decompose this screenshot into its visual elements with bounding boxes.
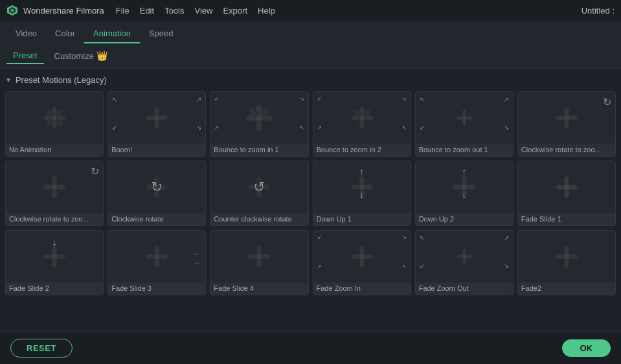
svg-point-55	[261, 185, 270, 190]
svg-point-52	[256, 176, 262, 185]
anim-thumbnail: ↻	[518, 92, 615, 144]
anim-thumbnail: ↖ ↗ ↙ ↘	[416, 92, 513, 144]
svg-point-54	[248, 185, 257, 190]
anim-label: Bounce to zoom out 1	[416, 144, 513, 156]
svg-point-90	[364, 254, 373, 259]
anim-thumbnail: ↺	[210, 161, 308, 213]
svg-point-16	[159, 115, 168, 120]
anim-card-fade-slide-4[interactable]: Fade Slide 4	[210, 230, 308, 295]
svg-point-73	[52, 258, 57, 267]
app-name: Wondershare Filmora	[23, 6, 104, 16]
arrow-tr-icon: ↗	[504, 96, 509, 103]
arrow-tr-icon: ↘	[402, 96, 407, 102]
anim-thumbnail: ↖ ↗ ↙ ↘	[416, 231, 513, 282]
svg-point-39	[556, 115, 565, 120]
arrow-bl-icon: ↙	[420, 124, 425, 131]
anim-card-down-up-1[interactable]: ↑ ↓ Down Up 1	[313, 161, 411, 226]
svg-point-87	[359, 245, 365, 255]
arrow-tl-icon: ↖	[112, 96, 117, 103]
arrow-down-icon: ↓	[359, 190, 364, 200]
anim-card-clockwise-rotate-zoom[interactable]: ↻ Clockwise rotate to zoo...	[517, 91, 616, 157]
arrow-tr-fzo: ↗	[504, 234, 509, 242]
svg-point-14	[154, 120, 159, 129]
svg-point-50	[159, 185, 168, 190]
tab-animation[interactable]: Animation	[84, 25, 140, 43]
anim-card-bounce-zoom-in-2[interactable]: ↙ ↘ ↗ ↖ Bounce to zoom in 2	[313, 91, 411, 157]
anim-card-fade2[interactable]: Fade2	[517, 230, 616, 295]
anim-card-clockwise-rotate-zoom2[interactable]: ↻ Clockwise rotate to zoo...	[5, 161, 104, 226]
menu-view[interactable]: View	[194, 6, 212, 16]
svg-point-82	[256, 245, 262, 255]
anim-thumbnail: ↓	[6, 231, 103, 282]
menu-file[interactable]: File	[116, 6, 130, 16]
svg-point-35	[466, 116, 473, 120]
svg-point-99	[556, 254, 565, 259]
menu-edit[interactable]: Edit	[140, 6, 154, 16]
anim-label: Clockwise rotate to zoo...	[6, 213, 103, 225]
anim-label: Counter clockwise rotate	[210, 213, 308, 225]
arrow-bl-icon: ↗	[317, 125, 322, 131]
anim-thumbnail: ↖ ↗ ↙ ↘	[108, 92, 205, 144]
anim-card-fade-zoom-in[interactable]: ↙ ↘ ↗ ↖ Fade Zoom In	[313, 230, 411, 295]
anim-card-down-up-2[interactable]: ↑ ↓ Down Up 2	[415, 161, 514, 226]
svg-point-15	[146, 115, 155, 120]
svg-point-47	[154, 176, 159, 185]
svg-point-37	[564, 107, 569, 116]
svg-point-89	[351, 254, 360, 259]
svg-point-44	[43, 185, 52, 190]
arrow-bl-icon: ↙	[112, 124, 117, 131]
crown-icon: 👑	[96, 51, 107, 61]
anim-card-bounce-zoom-in-1[interactable]: ↙ ↘ ↗ ↖ Bounce to zoom in 1	[210, 91, 308, 157]
reset-button[interactable]: RESET	[10, 339, 73, 358]
anim-card-clockwise-rotate[interactable]: ↻ Clockwise rotate	[107, 161, 206, 226]
svg-point-75	[56, 254, 65, 259]
arrow-br-fzi: ↖	[402, 264, 407, 269]
svg-point-68	[564, 189, 569, 198]
svg-point-93	[462, 258, 466, 264]
svg-point-65	[466, 185, 475, 190]
anim-label: Down Up 2	[416, 213, 513, 225]
menu-export[interactable]: Export	[223, 6, 247, 16]
anim-thumbnail: ↑ ↓	[313, 161, 411, 213]
svg-point-19	[256, 120, 263, 131]
anim-card-fade-slide-3[interactable]: ← ← Fade Slide 3	[107, 230, 206, 295]
anim-label: Fade Slide 1	[518, 213, 615, 225]
svg-point-69	[556, 185, 565, 190]
anim-thumbnail: ↑ ↓	[416, 161, 513, 213]
anim-card-fade-zoom-out[interactable]: ↖ ↗ ↙ ↘ Fade Zoom Out	[415, 230, 514, 295]
anim-thumbnail: ← ←	[108, 231, 205, 282]
anim-card-counter-clockwise[interactable]: ↺ Counter clockwise rotate	[210, 161, 308, 226]
subtab-preset[interactable]: Preset	[6, 48, 44, 64]
anim-label: Fade2	[518, 282, 615, 295]
anim-card-boom[interactable]: ↖ ↗ ↙ ↘ Boom!	[107, 91, 206, 157]
anim-label: Clockwise rotate to zoo...	[518, 144, 615, 156]
anim-card-no-animation[interactable]: No Animation	[5, 91, 104, 157]
svg-point-74	[43, 254, 52, 259]
anim-card-fade-slide-2[interactable]: ↓ Fade Slide 2	[5, 230, 104, 295]
anim-thumbnail: ↻	[6, 161, 103, 213]
rotate-icon2: ↻	[91, 165, 99, 177]
anim-label: Boom!	[108, 144, 205, 156]
tab-video[interactable]: Video	[6, 25, 46, 43]
svg-point-13	[154, 107, 159, 116]
bottom-bar: RESET OK	[0, 332, 621, 364]
svg-point-70	[569, 185, 578, 190]
anim-thumbnail: ↻	[108, 161, 205, 213]
svg-point-34	[456, 116, 463, 120]
section-header[interactable]: ▼ Preset Motions (Legacy)	[5, 75, 616, 85]
subtab-customize[interactable]: Customize 👑	[48, 48, 114, 65]
anim-card-fade-slide-1[interactable]: Fade Slide 1	[517, 161, 616, 226]
svg-point-33	[462, 119, 466, 126]
menu-help[interactable]: Help	[258, 6, 275, 16]
svg-point-38	[564, 120, 569, 129]
anim-card-bounce-zoom-out-1[interactable]: ↖ ↗ ↙ ↘ Bounce to zoom out 1	[415, 91, 514, 157]
tab-speed[interactable]: Speed	[140, 25, 183, 43]
tab-bar: Video Color Animation Speed	[0, 21, 621, 44]
anim-label: Down Up 1	[313, 213, 411, 225]
svg-point-78	[154, 258, 159, 267]
ok-button[interactable]: OK	[562, 339, 611, 357]
tab-color[interactable]: Color	[46, 25, 84, 43]
menu-tools[interactable]: Tools	[164, 6, 184, 16]
svg-point-42	[52, 176, 57, 185]
anim-label: Fade Slide 2	[6, 282, 103, 295]
